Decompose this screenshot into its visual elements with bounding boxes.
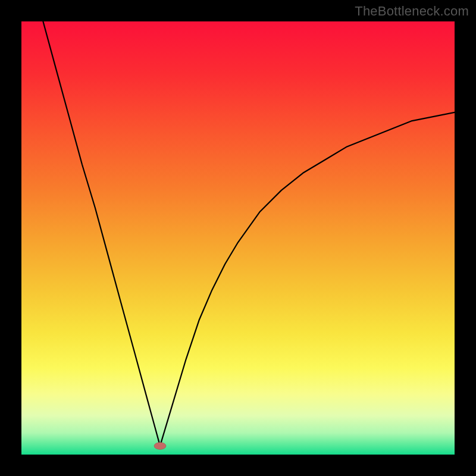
gradient-background [21,21,455,455]
watermark-text: TheBottleneck.com [355,4,469,19]
bottleneck-plot [21,21,455,455]
plot-area [21,21,455,455]
chart-frame: TheBottleneck.com [0,0,476,476]
min-point-marker [154,442,166,449]
